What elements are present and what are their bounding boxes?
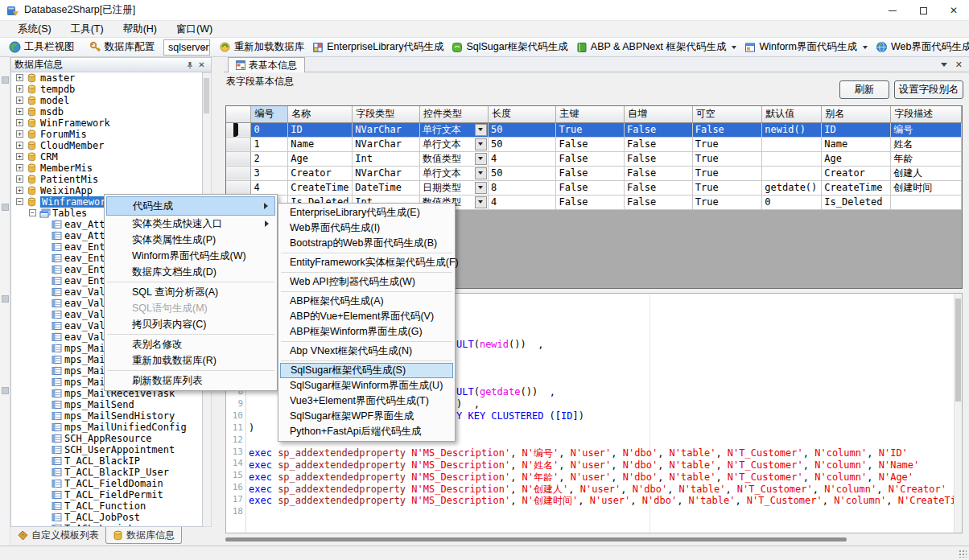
grid-column-header[interactable]: 默认值 <box>762 106 822 122</box>
tab-database-info[interactable]: 数据库信息 <box>105 527 182 544</box>
menubar-item[interactable]: 工具(T) <box>61 21 113 38</box>
grid-cell[interactable]: 4 <box>488 151 556 166</box>
grid-cell[interactable] <box>762 151 822 166</box>
toolbar-abp-button[interactable]: ABP & ABPNext 框架代码生成 <box>572 39 741 56</box>
cell-dropdown-button[interactable] <box>475 182 487 194</box>
grid-row[interactable]: 4CreateTimeDateTime日期类型8FalseFalseTruege… <box>226 180 962 195</box>
tree-node[interactable]: +master <box>11 72 202 84</box>
tree-node[interactable]: SCH_AppResource <box>11 433 202 444</box>
grid-row[interactable]: 3CreatorNVarChar单行文本50FalseFalseTrueCrea… <box>226 166 962 180</box>
tree-node[interactable]: mps_MailUnifiedConfig <box>11 422 202 433</box>
submenu-item[interactable]: Python+FastApi后端代码生成 <box>280 424 453 439</box>
grid-cell[interactable]: False <box>625 166 693 180</box>
grid-row[interactable]: 2AgeInt数值类型4FalseFalseTrueAge年龄 <box>226 151 962 166</box>
grid-cell[interactable]: True <box>556 122 625 137</box>
collapse-minus-icon[interactable]: − <box>29 209 36 216</box>
resize-grip[interactable] <box>959 550 967 558</box>
grid-cell[interactable] <box>891 195 962 209</box>
tab-table-basic-info[interactable]: 表基本信息 <box>228 57 305 72</box>
grid-column-header[interactable]: 可空 <box>692 106 762 122</box>
context-menu-item[interactable]: 代码生成 <box>106 196 275 216</box>
grid-cell[interactable]: True <box>692 195 762 209</box>
submenu-item[interactable]: ABP框架Winform界面生成(G) <box>280 324 453 340</box>
toolbar-dbconfig-button[interactable]: 数据库配置 <box>85 39 159 56</box>
toolbar-entlib-button[interactable]: EnterpriseLibrary代码生成 <box>308 39 447 56</box>
grid-row-selector[interactable] <box>226 166 251 180</box>
grid-row-selector[interactable] <box>226 137 251 151</box>
grid-column-header[interactable]: 主键 <box>556 106 625 122</box>
grid-cell[interactable]: NVarChar <box>353 122 420 137</box>
tab-list-dropdown-icon[interactable] <box>941 63 947 67</box>
toolbar-sqlsugar-button[interactable]: SqlSugar框架代码生成 <box>447 39 571 56</box>
tree-node[interactable]: +PatientMis <box>11 174 202 185</box>
grid-row-selector[interactable] <box>226 122 251 137</box>
grid-row-selector[interactable] <box>226 151 251 166</box>
submenu-item[interactable]: Web API控制器代码生成(W) <box>280 274 453 290</box>
grid-row[interactable]: 0IDNVarChar单行文本50TrueFalseFalsenewid()ID… <box>226 122 962 137</box>
grid-cell[interactable] <box>762 137 822 151</box>
context-menu-item[interactable]: 重新加载数据库(R) <box>106 352 275 369</box>
grid-column-header[interactable]: 编号 <box>251 106 288 122</box>
grid-cell[interactable]: False <box>556 180 625 195</box>
toolbar-reload-button[interactable]: 重新加载数据库 <box>215 39 309 56</box>
grid-cell[interactable]: 单行文本 <box>420 122 489 137</box>
editor-vertical-scrollbar[interactable] <box>954 294 962 533</box>
tree-node[interactable]: +CloudMember <box>11 140 202 151</box>
grid-cell[interactable]: ID <box>822 122 891 137</box>
tree-node[interactable]: +model <box>11 95 202 106</box>
submenu-item[interactable]: EnterpriseLibrary代码生成(E) <box>280 205 453 220</box>
context-menu-item[interactable]: 表别名修改 <box>106 336 275 352</box>
expand-plus-icon[interactable]: + <box>16 142 23 149</box>
grid-cell[interactable]: Creator <box>822 166 891 180</box>
menubar-item[interactable]: 帮助(H) <box>113 21 167 38</box>
expand-plus-icon[interactable]: + <box>16 108 23 115</box>
autohide-tab-icon[interactable] <box>2 204 9 211</box>
grid-cell[interactable]: 单行文本 <box>420 137 489 151</box>
grid-cell[interactable]: CreateTime <box>822 180 891 195</box>
tree-node[interactable]: T_ACL_FieldPermit <box>11 489 202 500</box>
grid-cell[interactable]: 创建人 <box>891 166 962 180</box>
toolbar-winform-button[interactable]: Winform界面代码生成 <box>740 39 872 56</box>
tree-node[interactable]: +WinFramework <box>11 117 202 129</box>
grid-cell[interactable]: 50 <box>488 137 556 151</box>
grid-column-header[interactable]: 控件类型 <box>420 106 489 122</box>
grid-cell[interactable]: 单行文本 <box>420 166 489 180</box>
grid-cell[interactable]: False <box>625 151 693 166</box>
grid-column-header[interactable]: 字段描述 <box>891 106 962 122</box>
submenu-item[interactable]: SqlSugar框架WPF界面生成 <box>280 409 453 424</box>
cell-dropdown-button[interactable] <box>475 196 487 208</box>
expand-plus-icon[interactable]: + <box>16 97 23 104</box>
grid-cell[interactable]: False <box>625 122 693 137</box>
expand-plus-icon[interactable]: + <box>16 164 23 171</box>
context-menu-item[interactable]: Winform界面代码生成(W) <box>106 248 275 264</box>
tree-node[interactable]: +MemberMis <box>11 163 202 174</box>
grid-cell[interactable]: 编号 <box>891 122 962 137</box>
grid-cell[interactable]: 年龄 <box>891 151 962 166</box>
tree-node[interactable]: mps_MailSendHistory <box>11 410 202 422</box>
grid-cell[interactable]: False <box>556 166 625 180</box>
grid-cell[interactable]: False <box>692 122 762 137</box>
grid-cell[interactable]: newid() <box>762 122 822 137</box>
grid-cell[interactable]: NVarChar <box>353 166 420 180</box>
grid-cell[interactable]: 2 <box>251 151 288 166</box>
grid-column-header[interactable]: 名称 <box>288 106 353 122</box>
cell-dropdown-button[interactable] <box>475 153 487 165</box>
expand-plus-icon[interactable]: + <box>16 74 23 81</box>
grid-cell[interactable]: Age <box>288 151 353 166</box>
grid-cell[interactable]: 0 <box>251 122 288 137</box>
grid-cell[interactable]: False <box>556 137 625 151</box>
grid-cell[interactable]: Name <box>288 137 353 151</box>
submenu-item[interactable]: ABP的Vue+Element界面代码(V) <box>280 309 453 324</box>
context-menu-item[interactable]: 数据库文档生成(D) <box>106 264 275 280</box>
close-document-icon[interactable]: ✕ <box>955 60 963 70</box>
menubar-item[interactable]: 窗口(W) <box>167 21 222 38</box>
minimize-button[interactable] <box>877 0 908 21</box>
grid-cell[interactable]: 0 <box>762 195 822 209</box>
expand-plus-icon[interactable]: + <box>16 85 23 93</box>
grid-cell[interactable]: Creator <box>288 166 353 180</box>
autohide-tab-icon[interactable] <box>2 76 9 84</box>
tree-node[interactable]: SCH_UserAppointment <box>11 444 202 455</box>
grid-cell[interactable]: True <box>692 166 762 180</box>
close-panel-icon[interactable]: ✕ <box>196 59 208 71</box>
pin-icon[interactable] <box>183 59 196 71</box>
